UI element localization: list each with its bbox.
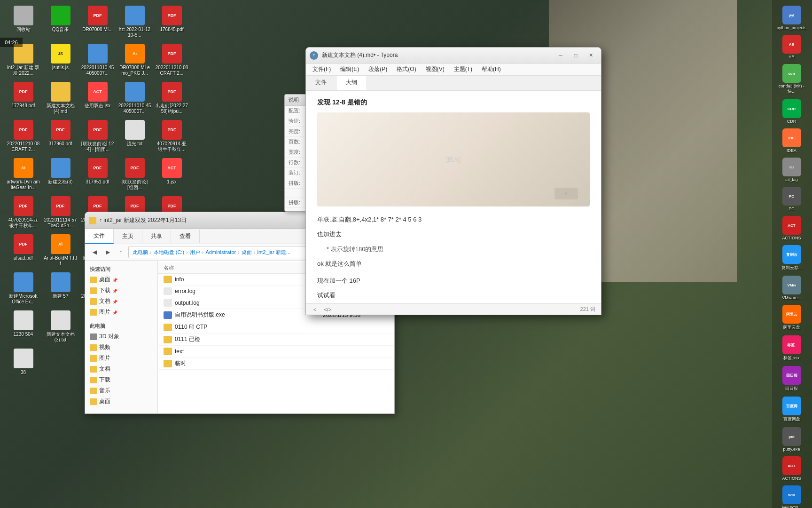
- typora-tab-file[interactable]: 文件: [306, 76, 336, 90]
- typora-maximize-button[interactable]: □: [569, 51, 582, 60]
- explorer-tab-share[interactable]: 共享: [142, 230, 171, 243]
- dock-icon-xmind[interactable]: 标签. 标签.xsx: [774, 333, 809, 363]
- desktop-icon-pdf3[interactable]: PDF 176845.pdf: [154, 4, 189, 40]
- dock-icon-text: put: [789, 435, 794, 439]
- desktop-icon-pdf7[interactable]: 2022011010 45 4050007...: [117, 80, 152, 116]
- dock-icon-putty[interactable]: put putty.exe: [774, 425, 809, 453]
- menu-file[interactable]: 文件(F): [308, 64, 336, 75]
- statusbar-source-button[interactable]: </>: [322, 307, 333, 312]
- sidebar-item-video[interactable]: 视频: [87, 342, 156, 353]
- file-row[interactable]: text: [158, 346, 394, 357]
- desktop-icon-pdf14[interactable]: PDF [联联发前论] [组团...: [117, 156, 152, 192]
- desktop-icon-ai2[interactable]: Ai artwork-Dyn amiteGear-In...: [6, 156, 41, 192]
- typora-tab-outline[interactable]: 大纲: [336, 76, 367, 90]
- sidebar-item-documents[interactable]: 文档 📌: [87, 296, 156, 307]
- desktop-icon-pdf13[interactable]: PDF 317951.pdf: [80, 156, 115, 192]
- nav-forward-button[interactable]: ▶: [102, 246, 113, 258]
- desktop-icon-js1[interactable]: JS jsutils.js: [43, 42, 78, 78]
- dock-icon-vmware[interactable]: VMw VMware...: [774, 274, 809, 302]
- breadcrumb-folder[interactable]: int2_jar 新建...: [258, 249, 290, 256]
- sidebar-item-pictures[interactable]: 图片 📌: [87, 307, 156, 318]
- sidebar-item-desktop2[interactable]: 桌面: [87, 396, 156, 407]
- desktop-icon-txt2[interactable]: 新建文本文档 (3).txt: [43, 309, 78, 345]
- breadcrumb-admin[interactable]: Administrator: [205, 249, 236, 255]
- desktop-icon-pdf2[interactable]: hz: 2022-01-12 10-5...: [117, 4, 152, 40]
- dock-icon-aiyun[interactable]: 阿里云 阿里云盘: [774, 303, 809, 333]
- sidebar-item-music[interactable]: 音乐: [87, 385, 156, 396]
- desktop-icon-pdf20[interactable]: PDF afsad.pdf: [6, 232, 41, 269]
- file-row[interactable]: 0110 印 CTP: [158, 321, 394, 333]
- desktop-icon-pdf11[interactable]: PDF [联联发前论] 12-4] - [组团...: [80, 118, 115, 154]
- sidebar-item-docs2[interactable]: 文档: [87, 364, 156, 374]
- menu-format[interactable]: 格式(O): [392, 64, 421, 75]
- sidebar-item-dl2[interactable]: 下载: [87, 374, 156, 385]
- dock-icon-python[interactable]: pyt python_projects: [774, 4, 809, 32]
- menu-theme[interactable]: 主题(T): [449, 64, 477, 75]
- desktop-icon-doc1[interactable]: int2_jar 新建 双发 2022...: [6, 42, 41, 78]
- dock-icon-baidu[interactable]: 百度网 百度网盘: [774, 395, 809, 424]
- desktop-icon-img-actions1: ACT: [88, 82, 108, 102]
- menu-view[interactable]: 视图(V): [421, 64, 449, 75]
- file-row[interactable]: 0111 已检: [158, 333, 394, 346]
- desktop-icon-pdf6[interactable]: PDF 177948.pdf: [6, 80, 41, 116]
- desktop-icon-ai1[interactable]: Ai DR07008 MI emo_PKG J...: [117, 42, 152, 78]
- desktop-icon-pdf10[interactable]: PDF 317960.pdf: [43, 118, 78, 154]
- dock-icon-tag[interactable]: ial ial_tag: [774, 156, 809, 184]
- nav-back-button[interactable]: ◀: [89, 246, 100, 258]
- dock-icon-xmind2[interactable]: 回日报 回日报: [774, 364, 809, 394]
- desktop-icon-pdf16[interactable]: PDF 2022011114 57 TbeOutSh...: [43, 194, 78, 230]
- menu-para[interactable]: 段落(P): [364, 64, 392, 75]
- desktop-icon-pdf12[interactable]: PDF 407020914-亚 银牛千秋年...: [154, 118, 189, 154]
- desktop-icon-pdf5[interactable]: PDF 2022011210 08 CRAFT 2...: [154, 42, 189, 78]
- desktop-icon-pdf4[interactable]: 2022011010 45 4050007...: [80, 42, 115, 78]
- dock-icon-text: Win: [788, 493, 795, 497]
- desktop-icon-folder1[interactable]: 新建文本文档 (4).md: [43, 80, 78, 116]
- sidebar-item-downloads[interactable]: 下载 📌: [87, 285, 156, 296]
- dock-icon-cdr[interactable]: CDR CDR: [774, 97, 809, 126]
- desktop-icon-ai3[interactable]: Ai Arial-BoldM T.ttff: [43, 232, 78, 269]
- dock-icon-pdf_dock[interactable]: AB AB: [774, 33, 809, 61]
- desktop-icon-label-num1: 1230 504: [14, 332, 33, 337]
- desktop-icon-pdf1[interactable]: PDF DR07008 MI...: [80, 4, 115, 40]
- desktop-icon-pdf15[interactable]: PDF 407020914-亚 银牛千秋年...: [6, 194, 41, 230]
- dock-icon-actions3[interactable]: ACT ACTIONS: [774, 214, 809, 242]
- typora-close-button[interactable]: ✕: [584, 51, 597, 60]
- sidebar-item-3d[interactable]: 3D 对象: [87, 331, 156, 342]
- breadcrumb-computer[interactable]: 此电脑: [133, 249, 148, 256]
- desktop-icon-recycle[interactable]: 回收站: [6, 4, 41, 40]
- breadcrumb-drive[interactable]: 本地磁盘 (C:): [154, 249, 184, 256]
- desktop-icon-pdf8[interactable]: PDF 出走们[2022 2759]约ipu...: [154, 80, 189, 116]
- dock-icon-img-pc: PC: [782, 187, 801, 206]
- desktop-icon-actions1[interactable]: ACT 使用双击.jsx: [80, 80, 115, 116]
- explorer-tab-file[interactable]: 文件: [85, 229, 114, 244]
- file-row[interactable]: 临时: [158, 357, 394, 370]
- dock-icon-copy[interactable]: 复制云 复制云存...: [774, 243, 809, 273]
- sidebar-item-pictures2[interactable]: 图片: [87, 353, 156, 364]
- explorer-tab-home[interactable]: 主页: [114, 230, 142, 243]
- breadcrumb-users[interactable]: 用户: [190, 249, 200, 256]
- typora-content-area[interactable]: 发现 12-8 是错的 [图片] 6 单联.竖.自翻,8+,4x2,1* 8* …: [306, 91, 601, 303]
- typora-statusbar: < </> 221 词: [306, 303, 601, 315]
- desktop-icon-actions2[interactable]: ACT 1.jsx: [154, 156, 189, 192]
- dock-icon-idea[interactable]: IDE IDEA: [774, 127, 809, 155]
- sidebar-item-desktop[interactable]: 桌面 📌: [87, 274, 156, 285]
- menu-help[interactable]: 帮助(H): [477, 64, 506, 75]
- desktop-icon-num3[interactable]: 38: [6, 347, 41, 377]
- dock-icon-pc[interactable]: PC PC: [774, 185, 809, 213]
- nav-up-button[interactable]: ↑: [115, 246, 126, 258]
- desktop-icon-doc4[interactable]: 新建Microsoft Office Ex...: [6, 270, 41, 307]
- desktop-icon-pdf9[interactable]: PDF 2022011210 08 CRAFT 2...: [6, 118, 41, 154]
- breadcrumb-desktop[interactable]: 桌面: [242, 249, 252, 256]
- desktop-icon-num1[interactable]: 1230 504: [6, 309, 41, 345]
- dock-icon-winSCP[interactable]: Win WinSCP...: [774, 484, 809, 508]
- explorer-tab-view[interactable]: 查看: [171, 230, 200, 243]
- desktop-icon-txt1[interactable]: 流光.txt: [117, 118, 152, 154]
- desktop-icon-doc5[interactable]: 新建 57: [43, 270, 78, 307]
- desktop-icon-doc2[interactable]: 新建文档(3): [43, 156, 78, 192]
- dock-icon-actions4[interactable]: ACT ACTIONS: [774, 454, 809, 483]
- desktop-icon-qq[interactable]: QQ音乐: [43, 4, 78, 40]
- statusbar-back-button[interactable]: <: [312, 307, 318, 312]
- menu-edit[interactable]: 编辑(E): [336, 64, 364, 75]
- typora-minimize-button[interactable]: ─: [554, 51, 567, 60]
- dock-icon-conda[interactable]: con conda3 (init) - 快...: [774, 62, 809, 96]
